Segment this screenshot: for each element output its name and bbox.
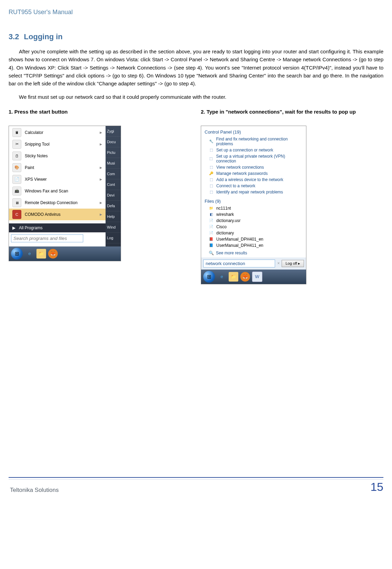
file-icon: 📄	[209, 218, 214, 223]
windows-icon: ⊞	[15, 251, 19, 257]
result-label: Find and fix networking and connection p…	[216, 137, 303, 146]
result-label: Manage network passwords	[216, 171, 268, 176]
step-1-title: 1. Press the start button	[9, 108, 191, 115]
search-input[interactable]	[203, 260, 275, 267]
result-label: dictionary.usr	[216, 218, 240, 223]
search-box[interactable]	[11, 234, 104, 242]
fax-icon: 📠	[12, 187, 21, 196]
step-2-title: 2. Type in "network connections", wait f…	[201, 108, 383, 115]
word-icon[interactable]: W	[252, 272, 262, 282]
see-more-results[interactable]: 🔍See more results	[201, 249, 306, 257]
start-item-snipping[interactable]: ✂Snipping Tool▶	[9, 138, 106, 150]
start-item-label: Sticky Notes	[25, 154, 48, 158]
network-icon: ⬚	[209, 148, 214, 152]
paragraph-2: We first must set up our network card so…	[9, 93, 383, 101]
result-label: UserManual_DPH401_en	[216, 237, 263, 242]
windows-icon: ⊞	[207, 274, 211, 280]
pdf-icon: 📕	[209, 237, 214, 242]
start-item-label: Calculator	[25, 130, 43, 135]
result-item[interactable]: 📄Cisco	[201, 224, 306, 230]
result-item[interactable]: 🔑Manage network passwords	[201, 170, 306, 177]
explorer-icon[interactable]: 📁	[36, 249, 46, 259]
results-heading-files: Files (9)	[201, 195, 306, 205]
results-heading-control-panel: Control Panel (19)	[201, 126, 306, 136]
start-item-label: Remote Desktop Connection	[25, 200, 77, 205]
start-right-item[interactable]: Help	[106, 211, 121, 222]
result-item[interactable]: ⬚Identify and repair network problems	[201, 189, 306, 195]
start-item-xps[interactable]: 📄XPS Viewer▶	[9, 173, 106, 185]
explorer-icon[interactable]: 📁	[229, 272, 238, 282]
start-item-fax[interactable]: 📠Windows Fax and Scan	[9, 185, 106, 197]
doc-header: RUT955 User's Manual	[9, 9, 383, 16]
result-item[interactable]: ⬚View network connections	[201, 164, 306, 170]
result-label: View network connections	[216, 165, 264, 170]
start-right-item[interactable]: Musi	[106, 158, 121, 169]
start-item-label: Windows Fax and Scan	[25, 189, 68, 193]
monitor-icon: 🖥	[12, 198, 21, 207]
start-right-item[interactable]: Cont	[106, 179, 121, 190]
chevron-right-icon: ▶	[100, 213, 102, 216]
chevron-right-icon: ▶	[100, 166, 102, 169]
result-item[interactable]: ⬚Set up a connection or network	[201, 147, 306, 153]
start-button[interactable]: ⊞	[203, 271, 215, 283]
section-heading: 3.2Logging in	[9, 32, 383, 41]
result-item[interactable]: 📕UserManual_DPH401_en	[201, 236, 306, 242]
result-item[interactable]: 📘UserManual_DPH411_en	[201, 242, 306, 249]
paragraph-1: After you're complete with the setting u…	[9, 48, 383, 87]
start-button[interactable]: ⊞	[11, 248, 23, 260]
network-icon: ⬚	[209, 190, 214, 194]
result-item[interactable]: 🔧Find and fix networking and connection …	[201, 136, 306, 147]
start-right-item[interactable]: Wind	[106, 222, 121, 233]
result-label: dictionary	[216, 231, 234, 235]
result-item[interactable]: 📁nc111nt	[201, 205, 306, 211]
network-icon: ⬚	[209, 183, 214, 188]
start-right-item[interactable]: Log	[106, 233, 121, 243]
folder-icon: 📁	[209, 206, 214, 211]
start-right-item[interactable]: Docu	[106, 137, 121, 147]
start-right-item[interactable]: Defa	[106, 201, 121, 211]
palette-icon: 🎨	[12, 163, 21, 172]
start-item-calculator[interactable]: 🖩Calculator▶	[9, 127, 106, 138]
firefox-icon[interactable]: 🦊	[240, 272, 250, 282]
result-item[interactable]: ⬚Add a wireless device to the network	[201, 177, 306, 183]
taskbar: ⊞ e 📁 🦊 W	[201, 270, 306, 284]
logoff-button[interactable]: Log off ▸	[282, 260, 304, 267]
screenshot-search-results: Control Panel (19) 🔧Find and fix network…	[201, 126, 306, 284]
network-icon: ⬚	[209, 156, 213, 161]
start-right-item[interactable]: Com	[106, 169, 121, 179]
start-right-item[interactable]: Zygi	[106, 126, 121, 137]
ie-icon[interactable]: e	[25, 249, 34, 259]
logoff-label: Log off	[285, 261, 297, 265]
start-right-item[interactable]: Devi	[106, 190, 121, 201]
start-item-sticky[interactable]: 🗒Sticky Notes	[9, 150, 106, 162]
all-programs[interactable]: ▶All Programs	[9, 223, 106, 232]
start-item-label: Paint	[25, 165, 34, 170]
key-icon: 🔑	[209, 171, 214, 176]
ie-icon[interactable]: e	[217, 272, 227, 282]
result-item[interactable]: ⬚Set up a virtual private network (VPN) …	[201, 153, 306, 164]
see-more-label: See more results	[216, 251, 247, 255]
result-label: nc111nt	[216, 206, 231, 211]
result-label: Identify and repair network problems	[216, 190, 283, 194]
start-item-paint[interactable]: 🎨Paint▶	[9, 162, 106, 173]
result-item[interactable]: 📄dictionary	[201, 230, 306, 236]
result-item[interactable]: 📄dictionary.usr	[201, 218, 306, 224]
clear-icon[interactable]: ×	[277, 261, 280, 266]
network-icon: ⬚	[209, 177, 214, 182]
chevron-right-icon: ▶	[100, 131, 102, 134]
page-footer: Teltonika Solutions 15	[9, 477, 383, 494]
start-item-label: Snipping Tool	[25, 142, 50, 147]
search-input[interactable]	[11, 234, 83, 242]
start-item-rdc[interactable]: 🖥Remote Desktop Connection▶	[9, 197, 106, 209]
app-icon: ◧	[209, 212, 214, 217]
start-right-item[interactable]: Pictu	[106, 147, 121, 158]
start-item-comodo[interactable]: CCOMODO Antivirus▶	[9, 209, 106, 220]
wrench-icon: 🔧	[209, 139, 214, 144]
result-item[interactable]: ⬚Connect to a network	[201, 183, 306, 189]
scissors-icon: ✂	[12, 140, 21, 149]
screenshot-start-menu: 🖩Calculator▶ ✂Snipping Tool▶ 🗒Sticky Not…	[9, 126, 121, 261]
chevron-right-icon: ▶	[100, 178, 102, 181]
result-item[interactable]: ◧wireshark	[201, 211, 306, 218]
calculator-icon: 🖩	[12, 128, 21, 137]
firefox-icon[interactable]: 🦊	[48, 249, 58, 259]
